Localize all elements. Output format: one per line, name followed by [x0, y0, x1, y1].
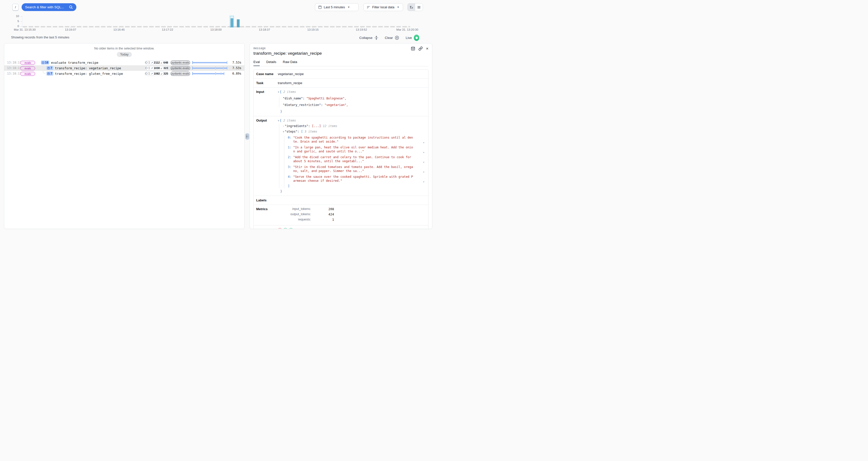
span-count: 16	[45, 61, 48, 64]
output-tokens-count: 325	[163, 72, 168, 75]
assertion-fail-icon[interactable]: ×	[278, 228, 282, 229]
copy-link-icon[interactable]	[418, 47, 423, 51]
status-row: Showing records from the last 5 minutes …	[0, 35, 434, 41]
token-usage-pill: Σ ↗1082 ↙325	[145, 71, 168, 76]
y-axis-tick: 5	[9, 20, 19, 23]
span-count-pill[interactable]: − 16	[41, 61, 49, 64]
case-name-value: vegetarian_recipe	[278, 72, 304, 76]
duration-bar	[192, 65, 227, 71]
x-axis-tick: 13:16:45	[114, 28, 125, 31]
output-label: Output	[256, 119, 278, 193]
chevron-down-icon[interactable]: ∨	[283, 130, 284, 133]
y-axis-tickmark	[21, 16, 22, 17]
tree-view-button[interactable]	[408, 3, 415, 11]
metrics-table: input_tokens:208 output_tokens:424 reque…	[278, 207, 334, 223]
span-name: evaluate transform_recipe	[51, 61, 98, 64]
metric-row: input_tokens:208	[278, 207, 334, 211]
metric-value: 208	[311, 207, 334, 211]
chevron-down-icon[interactable]: ∨	[278, 119, 279, 122]
slash-shortcut-key: /	[12, 4, 19, 10]
clear-button[interactable]: Clear	[385, 36, 399, 40]
metric-value: 424	[311, 212, 334, 216]
search-input[interactable]: Search & filter with SQL...	[22, 3, 76, 11]
assertion-pass-icon[interactable]: ✓	[289, 228, 293, 229]
input-tokens-arrow-icon: ↗	[151, 61, 153, 64]
live-indicator-icon	[414, 35, 419, 41]
tab-raw-data[interactable]: Raw Data	[283, 60, 297, 66]
items-count-meta: 2 items	[283, 119, 296, 122]
step-text: "Add the diced carrot and celery to the …	[293, 155, 413, 163]
step-text: "In a large pan, heat the olive oil over…	[293, 145, 413, 153]
empty-window-notice: No older items in the selected time wind…	[4, 47, 244, 50]
calendar-icon	[318, 5, 322, 9]
slash-key-label: /	[15, 5, 16, 9]
archive-panel-icon[interactable]	[411, 47, 415, 51]
array-index: 0:	[288, 135, 291, 140]
y-axis-tickmark	[21, 21, 22, 22]
trace-row-selected[interactable]: 13:18:11 evals + 7 transform_recipe: veg…	[4, 65, 244, 71]
coin-icon	[145, 61, 148, 64]
close-panel-icon[interactable]: ×	[426, 47, 429, 51]
list-view-button[interactable]	[415, 3, 423, 11]
x-axis-tick: 13:19:52	[356, 28, 367, 31]
input-json-viewer: ∨{ 2 items "dish_name": "Spaghetti Bolog…	[278, 90, 426, 114]
input-tokens-arrow-icon: ↗	[151, 67, 153, 69]
span-count: 7	[51, 66, 52, 70]
trace-row[interactable]: 13:18:11 evals − 16 evaluate transform_r…	[4, 60, 244, 65]
view-mode-toggle	[407, 3, 423, 11]
span-count-pill[interactable]: + 7	[46, 66, 53, 70]
span-count: 7	[51, 72, 52, 75]
labels-label: Labels	[256, 198, 278, 202]
chevron-down-icon[interactable]: ∨	[278, 91, 279, 93]
panel-resize-handle[interactable]	[245, 133, 249, 140]
sigma-icon: Σ	[149, 61, 150, 64]
collapsed-array[interactable]: [...]	[312, 124, 321, 128]
token-usage-pill: Σ ↗1030 ↙323	[145, 66, 168, 70]
trace-rows: 13:18:11 evals − 16 evaluate transform_r…	[4, 60, 244, 76]
coin-icon	[145, 72, 148, 75]
items-count-meta: 2 items	[283, 90, 296, 94]
expand-expander-icon[interactable]: +	[48, 67, 50, 69]
assertion-pass-icon[interactable]: ✓	[283, 228, 287, 229]
metric-row: requests:1	[278, 218, 334, 221]
trailing-comma: ,	[423, 169, 426, 173]
items-count-meta: 5 items	[305, 130, 317, 133]
trace-row[interactable]: 13:18:11 evals + 7 transform_recipe: glu…	[4, 71, 244, 76]
duration-value: 6.89s	[229, 72, 244, 75]
chevron-right-icon[interactable]: ›	[283, 125, 284, 127]
filter-local-data-dropdown[interactable]: Filter local data ▼	[364, 3, 403, 11]
span-count-pill[interactable]: + 7	[46, 71, 53, 75]
y-axis-tick: 0	[9, 25, 19, 28]
input-tokens-count: 1082	[154, 72, 160, 75]
filter-icon	[367, 5, 370, 9]
search-icon	[69, 5, 73, 9]
x-axis-tick: Mar 31. 13:15:30	[14, 28, 36, 31]
input-tokens-count: 1030	[154, 66, 160, 69]
case-name-label: Case name	[256, 72, 278, 76]
time-range-dropdown[interactable]: Last 5 minutes ▼	[315, 3, 359, 11]
token-usage-pill: Σ ↗2112 ↙648	[145, 61, 168, 65]
json-key: "dietary_restriction":	[283, 103, 324, 107]
json-key: "steps":	[285, 130, 301, 133]
span-name: transform_recipe: vegetarian_recipe	[55, 66, 121, 70]
collapse-button[interactable]: Collapse	[359, 36, 378, 40]
expand-expander-icon[interactable]: +	[48, 72, 50, 75]
close-brace: }	[280, 190, 282, 193]
metric-row: output_tokens:424	[278, 212, 334, 216]
tab-eval[interactable]: Eval	[253, 60, 260, 66]
array-index: 1:	[288, 145, 291, 149]
histogram-bar[interactable]	[237, 19, 240, 27]
live-toggle[interactable]: Live	[406, 35, 419, 41]
service-tag: pydantic-evals	[170, 66, 190, 70]
time-range-label: Last 5 minutes	[324, 5, 345, 9]
record-kind-label: message	[253, 47, 429, 50]
x-axis-tick: 13:18:37	[259, 28, 270, 31]
collapse-expander-icon[interactable]: −	[42, 62, 44, 64]
tab-details[interactable]: Details	[266, 60, 276, 66]
trace-list-panel: No older items in the selected time wind…	[4, 43, 245, 229]
input-label: Input	[256, 90, 278, 114]
sigma-icon: Σ	[149, 72, 150, 75]
collapse-label: Collapse	[359, 36, 372, 40]
open-brace: {	[280, 119, 281, 122]
array-index: 4:	[288, 175, 291, 179]
